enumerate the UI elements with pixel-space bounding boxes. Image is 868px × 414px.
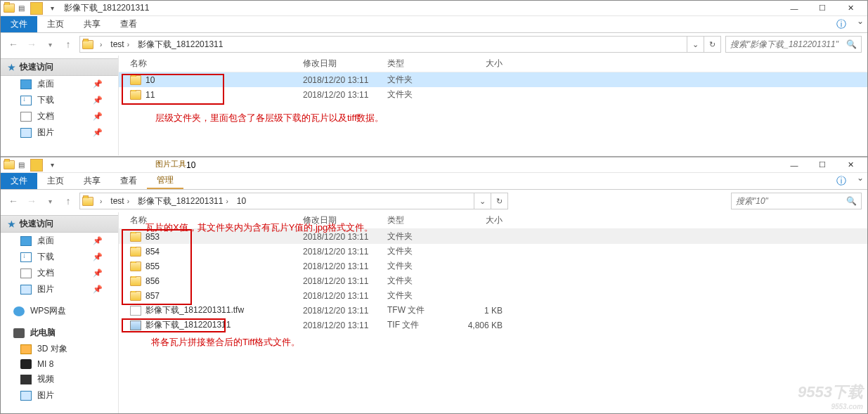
tool-group-label: 图片工具: [155, 159, 186, 169]
sidebar-quick-access[interactable]: ★ 快速访问: [1, 58, 118, 76]
table-row[interactable]: 102018/12/20 13:11文件夹: [119, 72, 867, 87]
table-row[interactable]: 8572018/12/20 13:11文件夹: [119, 288, 867, 303]
table-row[interactable]: 影像下载_18122013112018/12/20 13:11TIF 文件4,8…: [119, 318, 867, 332]
minimize-button[interactable]: —: [780, 1, 808, 16]
chevron-right-icon[interactable]: ›: [100, 41, 102, 48]
folder-icon: [130, 232, 141, 242]
row-date: 2018/12/20 13:11: [292, 247, 376, 257]
maximize-button[interactable]: ☐: [808, 1, 836, 16]
minimize-button[interactable]: —: [780, 157, 808, 173]
table-row[interactable]: 112018/12/20 13:11文件夹: [119, 87, 867, 102]
qat-properties-icon[interactable]: ▤: [15, 159, 27, 172]
table-row[interactable]: 8552018/12/20 13:11文件夹: [119, 259, 867, 273]
tab-manage[interactable]: 管理: [147, 173, 183, 189]
recent-dropdown[interactable]: ▾: [43, 194, 57, 208]
close-button[interactable]: ✕: [836, 157, 864, 173]
tab-file[interactable]: 文件: [1, 173, 37, 189]
breadcrumb-2[interactable]: › test› 影像下载_1812201311› 10 ⌄ ↻: [79, 193, 508, 209]
column-date[interactable]: 修改日期: [292, 214, 376, 226]
ribbon-expand-icon[interactable]: ⌄: [853, 173, 867, 189]
table-row[interactable]: 8542018/12/20 13:11文件夹: [119, 244, 867, 259]
table-row[interactable]: 8532018/12/20 13:11文件夹: [119, 229, 867, 244]
sidebar-1: ★ 快速访问 桌面📌 下载📌 文档📌 图片📌: [1, 56, 119, 155]
qat-dropdown-icon[interactable]: [30, 2, 43, 15]
tab-home[interactable]: 主页: [37, 16, 74, 32]
column-date[interactable]: 修改日期: [292, 58, 376, 70]
sidebar-item-downloads[interactable]: 下载📌: [1, 249, 118, 265]
sidebar-wps[interactable]: WPS网盘: [1, 303, 118, 319]
sidebar-item-downloads[interactable]: 下载📌: [1, 92, 118, 108]
sidebar-this-pc[interactable]: 此电脑: [1, 325, 118, 341]
recent-dropdown[interactable]: ▾: [43, 37, 57, 51]
search-box-2[interactable]: 🔍: [731, 193, 862, 209]
sidebar-item-documents[interactable]: 文档📌: [1, 108, 118, 124]
row-name: 影像下载_1812201311: [145, 319, 231, 331]
table-row[interactable]: 8562018/12/20 13:11文件夹: [119, 273, 867, 288]
chevron-right-icon[interactable]: ›: [100, 198, 102, 205]
tab-share[interactable]: 共享: [74, 16, 110, 32]
refresh-button[interactable]: ↻: [704, 37, 720, 52]
column-name[interactable]: 名称: [119, 214, 292, 226]
qat-expand-icon[interactable]: ▾: [46, 2, 58, 15]
folder-icon: [130, 90, 141, 100]
tab-file[interactable]: 文件: [1, 16, 37, 32]
sidebar-item-3d[interactable]: 3D 对象: [1, 341, 118, 357]
forward-button[interactable]: →: [25, 37, 39, 51]
column-size[interactable]: 大小: [453, 58, 510, 70]
table-row[interactable]: 影像下载_1812201311.tfw2018/12/20 13:11TFW 文…: [119, 303, 867, 318]
download-icon: [20, 96, 32, 105]
tab-view[interactable]: 查看: [110, 173, 147, 189]
sidebar-quick-access[interactable]: ★ 快速访问: [1, 215, 118, 233]
refresh-button[interactable]: ↻: [491, 193, 507, 209]
sidebar-item-videos[interactable]: 视频: [1, 371, 118, 387]
column-type[interactable]: 类型: [376, 58, 453, 70]
sidebar-item-pictures[interactable]: 图片📌: [1, 124, 118, 141]
help-icon[interactable]: ⓘ: [836, 16, 846, 32]
tab-home[interactable]: 主页: [37, 173, 74, 189]
search-icon[interactable]: 🔍: [846, 39, 857, 49]
row-type: 文件夹: [376, 260, 453, 272]
column-size[interactable]: 大小: [453, 214, 510, 226]
search-box-1[interactable]: 🔍: [725, 36, 862, 53]
pictures-icon: [20, 128, 32, 138]
breadcrumb-item: 影像下载_1812201311›: [134, 193, 233, 209]
sidebar-item-pictures2[interactable]: 图片: [1, 387, 118, 403]
sidebar-item-pictures[interactable]: 图片📌: [1, 281, 118, 297]
help-icon[interactable]: ⓘ: [836, 173, 846, 189]
pin-icon: 📌: [93, 112, 103, 121]
sidebar-item-documents[interactable]: 文档📌: [1, 265, 118, 281]
pictures-icon: [20, 285, 32, 295]
folder-icon: [130, 261, 141, 271]
breadcrumb-item: 10: [233, 193, 250, 209]
qat-expand-icon[interactable]: ▾: [46, 159, 58, 172]
sidebar-item-desktop[interactable]: 桌面📌: [1, 233, 118, 249]
forward-button[interactable]: →: [25, 194, 39, 208]
back-button[interactable]: ←: [6, 194, 20, 208]
tab-view[interactable]: 查看: [110, 16, 147, 32]
breadcrumb-dropdown[interactable]: ⌄: [687, 37, 704, 52]
up-button[interactable]: ↑: [61, 194, 75, 208]
breadcrumb-dropdown[interactable]: ⌄: [474, 193, 491, 209]
row-size: 1 KB: [453, 306, 510, 316]
tab-share[interactable]: 共享: [74, 173, 110, 189]
search-icon[interactable]: 🔍: [846, 196, 857, 206]
ribbon-expand-icon[interactable]: ⌄: [853, 16, 867, 32]
up-button[interactable]: ↑: [61, 37, 75, 51]
sidebar-2: ★ 快速访问 桌面📌 下载📌 文档📌 图片📌 WPS网盘 此电脑 3D 对象 M…: [1, 212, 119, 414]
maximize-button[interactable]: ☐: [808, 157, 836, 173]
column-name[interactable]: 名称: [119, 58, 292, 70]
ribbon-1: 文件 主页 共享 查看 ⓘ ⌄: [1, 16, 867, 33]
window-folder-icon: [4, 4, 15, 13]
breadcrumb-1[interactable]: › test› 影像下载_1812201311 ⌄ ↻: [79, 36, 721, 53]
column-type[interactable]: 类型: [376, 214, 453, 226]
search-input[interactable]: [730, 39, 846, 49]
sidebar-item-desktop[interactable]: 桌面📌: [1, 76, 118, 92]
back-button[interactable]: ←: [6, 37, 20, 51]
sidebar-item-mi8[interactable]: MI 8: [1, 357, 118, 371]
qat-dropdown-icon[interactable]: [30, 159, 43, 172]
star-icon: ★: [8, 63, 15, 72]
search-input[interactable]: [736, 196, 846, 206]
row-date: 2018/12/20 13:11: [292, 261, 376, 271]
qat-properties-icon[interactable]: ▤: [15, 2, 27, 15]
close-button[interactable]: ✕: [836, 1, 864, 16]
